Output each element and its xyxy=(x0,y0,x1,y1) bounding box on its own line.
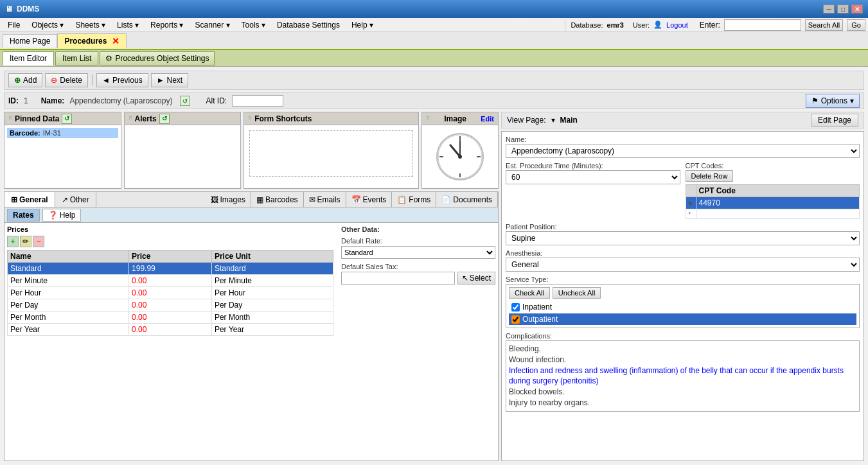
procedures-tab[interactable]: Procedures ✕ xyxy=(57,33,127,48)
price-value-cell[interactable]: 199.99 xyxy=(129,263,212,275)
close-window-button[interactable]: ✕ xyxy=(851,4,863,13)
name-refresh-button[interactable]: ↺ xyxy=(180,96,190,106)
search-input[interactable] xyxy=(724,19,801,31)
item-editor-tab[interactable]: Item Editor xyxy=(3,51,54,66)
search-all-button[interactable]: Search All xyxy=(805,19,844,31)
price-name-cell[interactable]: Per Year xyxy=(8,324,129,336)
price-delete-button[interactable]: − xyxy=(33,236,44,247)
menu-lists[interactable]: Lists ▾ xyxy=(112,19,144,31)
anesthesia-select[interactable]: General xyxy=(506,258,860,272)
prices-table: Name Price Price Unit Standard 199.99 St… xyxy=(7,250,333,336)
prices-left: Prices + ✏ − Name Price Price Uni xyxy=(7,225,333,458)
documents-button[interactable]: 📄 Documents xyxy=(436,192,498,207)
price-unit-cell[interactable]: Per Month xyxy=(211,311,333,324)
menu-scanner[interactable]: Scanner ▾ xyxy=(190,19,235,31)
service-type-item[interactable]: Outpatient xyxy=(509,313,856,325)
close-procedures-tab[interactable]: ✕ xyxy=(112,36,120,46)
options-dropdown-icon: ▾ xyxy=(850,96,854,105)
cpt-code-cell[interactable] xyxy=(696,209,860,219)
menu-database-settings[interactable]: Database Settings xyxy=(272,19,345,31)
db-info-bar: Database: emr3 User: 👤 Logout Enter: Sea… xyxy=(565,19,865,31)
sales-tax-input[interactable] xyxy=(341,272,455,285)
sales-tax-select-button[interactable]: ↖ Select xyxy=(457,272,495,285)
price-unit-cell[interactable]: Standard xyxy=(211,263,333,275)
home-tab[interactable]: Home Page xyxy=(3,34,57,48)
price-unit-cell[interactable]: Per Hour xyxy=(211,287,333,299)
service-checkbox[interactable] xyxy=(511,315,520,324)
item-list-tab[interactable]: Item List xyxy=(55,51,98,66)
tab-other[interactable]: ↗ Other xyxy=(55,192,96,207)
image-edit-link[interactable]: Edit xyxy=(481,115,494,123)
price-edit-button[interactable]: ✏ xyxy=(20,236,31,247)
price-add-button[interactable]: + xyxy=(7,236,19,247)
price-value-cell[interactable]: 0.00 xyxy=(129,275,212,287)
menu-reports[interactable]: Reports ▾ xyxy=(145,19,188,31)
patient-position-select[interactable]: Supine xyxy=(506,231,860,245)
edit-page-button[interactable]: Edit Page xyxy=(811,114,858,127)
procedures-settings-button[interactable]: ⚙ Procedures Object Settings xyxy=(100,51,215,66)
pinned-data-title: Pinned Data xyxy=(15,114,59,123)
price-name-cell[interactable]: Standard xyxy=(8,263,129,275)
go-button[interactable]: Go xyxy=(847,19,865,31)
menu-objects[interactable]: Objects ▾ xyxy=(26,19,69,31)
events-button[interactable]: 📅 Events xyxy=(346,192,393,207)
next-button[interactable]: ► Next xyxy=(151,73,189,87)
price-name-cell[interactable]: Per Minute xyxy=(8,275,129,287)
check-all-button[interactable]: Check All xyxy=(509,287,550,299)
service-type-item[interactable]: Inpatient xyxy=(509,301,856,313)
cpt-delete-row-button[interactable]: Delete Row xyxy=(686,170,734,182)
price-unit-cell[interactable]: Per Day xyxy=(211,299,333,311)
price-unit-cell[interactable]: Per Year xyxy=(211,324,333,336)
price-value-cell[interactable]: 0.00 xyxy=(129,287,212,299)
name-display-value: Appendectomy (Laparoscopy) xyxy=(69,96,172,105)
default-rate-select[interactable]: Standard xyxy=(341,246,495,259)
price-value-cell[interactable]: 0.00 xyxy=(129,311,212,324)
est-time-group: Est. Procedure Time (Minutes): 60 xyxy=(506,162,680,184)
images-icon: 🖼 xyxy=(211,195,218,204)
svg-point-8 xyxy=(458,155,462,159)
minimize-button[interactable]: ─ xyxy=(823,4,835,13)
pinned-data-refresh[interactable]: ↺ xyxy=(62,114,72,124)
price-value-cell[interactable]: 0.00 xyxy=(129,324,212,336)
alerts-header: ⠿ Alerts ↺ xyxy=(125,112,241,125)
price-name-cell[interactable]: Per Month xyxy=(8,311,129,324)
name-field-select[interactable]: Appendectomy (Laparoscopy) xyxy=(506,144,860,158)
images-button[interactable]: 🖼 Images xyxy=(206,192,251,207)
delete-button[interactable]: ⊖ Delete xyxy=(45,73,88,87)
est-time-select[interactable]: 60 xyxy=(506,170,680,184)
alt-id-input[interactable] xyxy=(232,95,283,107)
service-checkbox[interactable] xyxy=(511,303,520,311)
alerts-refresh[interactable]: ↺ xyxy=(159,114,170,124)
menu-sheets[interactable]: Sheets ▾ xyxy=(70,19,111,31)
menu-tools[interactable]: Tools ▾ xyxy=(236,19,270,31)
previous-button[interactable]: ◄ Previous xyxy=(96,73,148,87)
price-value-cell[interactable]: 0.00 xyxy=(129,299,212,311)
forms-button[interactable]: 📋 Forms xyxy=(392,192,436,207)
pinned-data-panel: ⠿ Pinned Data ↺ Barcode: IM-31 xyxy=(4,112,121,189)
id-value: 1 xyxy=(24,96,28,105)
form-shortcuts-content xyxy=(244,125,418,188)
barcodes-button[interactable]: ▦ Barcodes xyxy=(251,192,304,207)
uncheck-all-button[interactable]: Uncheck All xyxy=(553,287,601,299)
price-unit-cell[interactable]: Per Minute xyxy=(211,275,333,287)
sub-tab-rates[interactable]: Rates xyxy=(7,209,40,222)
toolbar-separator xyxy=(92,75,93,86)
help-icon: ❓ xyxy=(48,211,58,220)
menu-file[interactable]: File xyxy=(3,19,25,31)
help-button[interactable]: ❓ Help xyxy=(42,209,82,222)
logout-button[interactable]: Logout xyxy=(666,21,688,29)
price-name-cell[interactable]: Per Day xyxy=(8,299,129,311)
menu-help[interactable]: Help ▾ xyxy=(346,19,378,31)
price-name-cell[interactable]: Per Hour xyxy=(8,287,129,299)
cpt-code-cell[interactable]: 44970 xyxy=(696,197,860,209)
est-time-label: Est. Procedure Time (Minutes): xyxy=(506,162,680,170)
view-page-dropdown-icon: ▾ xyxy=(551,116,555,125)
name-field-label: Name: xyxy=(506,136,860,143)
options-button[interactable]: ⚑ Options ▾ xyxy=(806,94,860,108)
col-price: Price xyxy=(129,250,212,263)
tab-general[interactable]: ⊞ General xyxy=(4,192,55,207)
maximize-button[interactable]: □ xyxy=(837,4,849,13)
add-button[interactable]: ⊕ Add xyxy=(8,73,42,87)
window-controls: ─ □ ✕ xyxy=(823,4,863,13)
emails-button[interactable]: ✉ Emails xyxy=(304,192,346,207)
